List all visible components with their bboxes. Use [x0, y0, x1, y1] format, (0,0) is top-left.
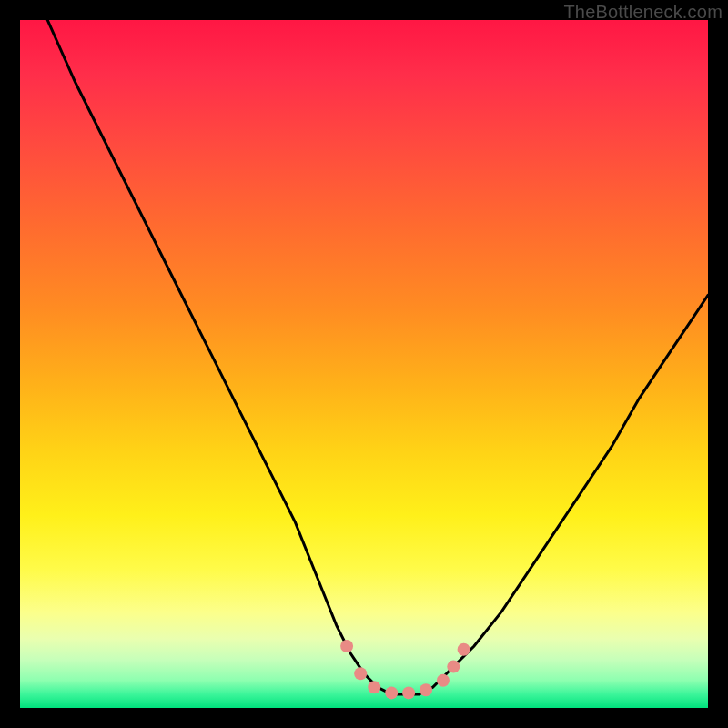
marker-dot: [458, 643, 470, 656]
bottleneck-curve: [47, 20, 708, 694]
marker-dot: [420, 683, 432, 696]
marker-dot: [368, 681, 380, 693]
marker-dot: [385, 686, 398, 699]
marker-dot: [447, 661, 460, 673]
marker-dot: [340, 640, 353, 652]
plot-area: [20, 20, 708, 708]
marker-dot: [437, 674, 450, 687]
marker-dot: [402, 686, 415, 699]
marker-group: [340, 640, 470, 699]
bottleneck-chart: [20, 20, 708, 708]
watermark-label: TheBottleneck.com: [563, 2, 723, 23]
chart-frame: TheBottleneck.com: [0, 0, 728, 728]
marker-dot: [354, 667, 367, 680]
curve-path-group: [47, 20, 708, 694]
